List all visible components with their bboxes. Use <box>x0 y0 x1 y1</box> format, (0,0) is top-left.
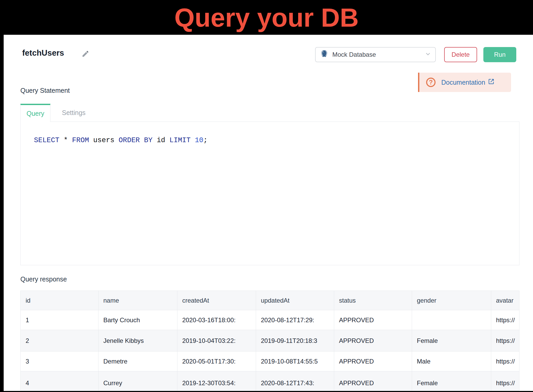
table-cell <box>412 310 491 330</box>
table-cell: Male <box>412 351 491 371</box>
sql-token: FROM <box>72 136 89 144</box>
sql-line: SELECT * FROM users ORDER BY id LIMIT 10… <box>34 136 207 144</box>
column-header-status: status <box>334 291 412 310</box>
chevron-down-icon <box>425 51 431 58</box>
table-cell: https:// <box>491 351 519 371</box>
sql-token: ; <box>203 136 207 144</box>
main-panel: fetchUsers Mock Database Delete Run ? Do… <box>4 35 533 391</box>
table-row: 2Jenelle Kibbys2019-10-04T03:22:2019-09-… <box>21 330 519 351</box>
table-cell: https:// <box>491 330 519 351</box>
sql-token: * <box>59 136 72 144</box>
table-cell: 2020-08-12T17:29: <box>256 310 334 330</box>
banner-title: Query your DB <box>174 2 359 33</box>
table-cell: Female <box>412 371 491 391</box>
sql-token: SELECT <box>34 136 59 144</box>
column-header-name: name <box>98 291 177 310</box>
sql-token: LIMIT <box>170 136 191 144</box>
response-table: idnamecreatedAtupdatedAtstatusgenderavat… <box>21 291 519 391</box>
table-cell: APPROVED <box>334 371 412 391</box>
table-cell: 2019-09-11T20:18:3 <box>256 330 334 351</box>
table-cell: 4 <box>21 371 98 391</box>
table-cell: 2020-03-16T18:00: <box>177 310 256 330</box>
query-response-label: Query response <box>20 275 67 283</box>
sql-token: BY <box>144 136 152 144</box>
table-cell: Currey <box>98 371 177 391</box>
column-header-id: id <box>21 291 98 310</box>
delete-button[interactable]: Delete <box>444 47 477 62</box>
table-cell: APPROVED <box>334 351 412 371</box>
column-header-createdAt: createdAt <box>177 291 256 310</box>
sql-token: ORDER <box>119 136 140 144</box>
table-cell: Jenelle Kibbys <box>98 330 177 351</box>
table-row: 4Currey2019-12-30T03:54:2020-08-12T17:43… <box>21 371 519 391</box>
table-cell: Female <box>412 330 491 351</box>
sql-token: 10 <box>195 136 203 144</box>
table-cell: 2019-10-08T14:55:5 <box>256 351 334 371</box>
table-row: 1Barty Crouch2020-03-16T18:00:2020-08-12… <box>21 310 519 330</box>
table-cell: APPROVED <box>334 330 412 351</box>
table-cell: https:// <box>491 310 519 330</box>
sql-token: id <box>153 136 170 144</box>
question-circle-icon: ? <box>426 78 436 87</box>
table-cell: 2019-12-30T03:54: <box>177 371 256 391</box>
table-cell: 1 <box>21 310 98 330</box>
sql-token: users <box>89 136 119 144</box>
database-select[interactable]: Mock Database <box>315 47 436 62</box>
top-banner: Query your DB <box>0 0 533 35</box>
documentation-panel: ? Documentation <box>418 73 511 92</box>
sql-editor[interactable]: SELECT * FROM users ORDER BY id LIMIT 10… <box>20 122 519 265</box>
column-header-updatedAt: updatedAt <box>256 291 334 310</box>
column-header-gender: gender <box>412 291 491 310</box>
documentation-label: Documentation <box>441 79 485 86</box>
run-button[interactable]: Run <box>483 47 516 62</box>
tab-query[interactable]: Query <box>20 104 50 122</box>
statement-tabs: Query Settings <box>20 104 97 122</box>
table-cell: 2019-10-04T03:22: <box>177 330 256 351</box>
database-select-value: Mock Database <box>332 51 425 58</box>
sql-token <box>140 136 144 144</box>
table-cell: 2020-08-12T17:43: <box>256 371 334 391</box>
table-cell: Barty Crouch <box>98 310 177 330</box>
tab-settings[interactable]: Settings <box>50 104 97 122</box>
query-statement-label: Query Statement <box>20 87 70 94</box>
edit-pencil-icon[interactable] <box>82 50 89 59</box>
table-cell: APPROVED <box>334 310 412 330</box>
table-header-row: idnamecreatedAtupdatedAtstatusgenderavat… <box>21 291 519 310</box>
postgresql-icon <box>320 50 329 60</box>
table-row: 3Demetre2020-05-01T17:30:2019-10-08T14:5… <box>21 351 519 371</box>
query-name: fetchUsers <box>22 48 64 58</box>
table-cell: 3 <box>21 351 98 371</box>
table-body: 1Barty Crouch2020-03-16T18:00:2020-08-12… <box>21 310 519 391</box>
table-cell: Demetre <box>98 351 177 371</box>
documentation-link[interactable]: Documentation <box>441 78 495 87</box>
sql-token <box>191 136 195 144</box>
external-link-icon <box>488 78 495 87</box>
table-cell: https:// <box>491 371 519 391</box>
table-cell: 2020-05-01T17:30: <box>177 351 256 371</box>
table-cell: 2 <box>21 330 98 351</box>
response-table-wrapper[interactable]: idnamecreatedAtupdatedAtstatusgenderavat… <box>20 291 519 391</box>
column-header-avatar: avatar <box>491 291 519 310</box>
